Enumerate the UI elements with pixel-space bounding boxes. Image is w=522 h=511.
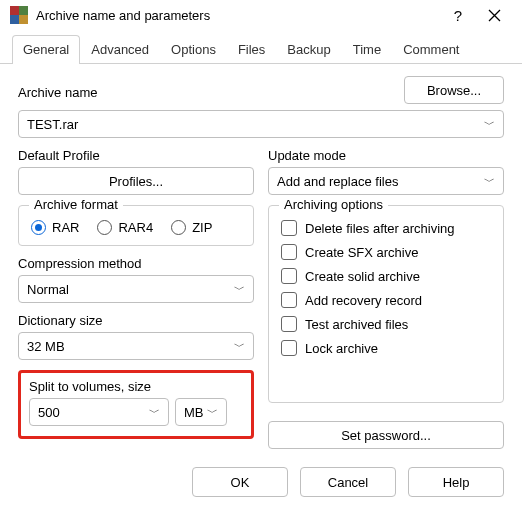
check-label: Add recovery record — [305, 293, 422, 308]
update-mode-select[interactable]: Add and replace files ﹀ — [268, 167, 504, 195]
radio-icon — [97, 220, 112, 235]
update-mode-label: Update mode — [268, 148, 504, 163]
compression-select[interactable]: Normal ﹀ — [18, 275, 254, 303]
archiving-options-title: Archiving options — [279, 197, 388, 212]
tab-comment[interactable]: Comment — [392, 35, 470, 64]
check-label: Create solid archive — [305, 269, 420, 284]
close-button[interactable] — [476, 1, 512, 29]
browse-button[interactable]: Browse... — [404, 76, 504, 104]
radio-rar4-label: RAR4 — [118, 220, 153, 235]
check-lock[interactable]: Lock archive — [281, 340, 491, 356]
chevron-down-icon: ﹀ — [234, 339, 245, 354]
check-sfx[interactable]: Create SFX archive — [281, 244, 491, 260]
check-solid[interactable]: Create solid archive — [281, 268, 491, 284]
radio-rar-label: RAR — [52, 220, 79, 235]
radio-icon — [171, 220, 186, 235]
archive-format-title: Archive format — [29, 197, 123, 212]
tab-general[interactable]: General — [12, 35, 80, 64]
split-unit-select[interactable]: MB ﹀ — [175, 398, 227, 426]
tab-files[interactable]: Files — [227, 35, 276, 64]
chevron-down-icon: ﹀ — [484, 117, 495, 132]
checkbox-icon — [281, 268, 297, 284]
tab-time[interactable]: Time — [342, 35, 392, 64]
split-label: Split to volumes, size — [29, 379, 243, 394]
check-test[interactable]: Test archived files — [281, 316, 491, 332]
tab-advanced[interactable]: Advanced — [80, 35, 160, 64]
dialog-footer: OK Cancel Help — [0, 457, 522, 511]
set-password-button[interactable]: Set password... — [268, 421, 504, 449]
check-label: Create SFX archive — [305, 245, 418, 260]
checkbox-icon — [281, 340, 297, 356]
dictionary-value: 32 MB — [27, 339, 65, 354]
tab-backup[interactable]: Backup — [276, 35, 341, 64]
check-delete-files[interactable]: Delete files after archiving — [281, 220, 491, 236]
default-profile-label: Default Profile — [18, 148, 254, 163]
archive-name-value: TEST.rar — [27, 117, 78, 132]
compression-label: Compression method — [18, 256, 254, 271]
split-size-input[interactable]: 500 ﹀ — [29, 398, 169, 426]
split-volumes-highlight: Split to volumes, size 500 ﹀ MB ﹀ — [18, 370, 254, 439]
chevron-down-icon: ﹀ — [234, 282, 245, 297]
ok-button[interactable]: OK — [192, 467, 288, 497]
titlebar: Archive name and parameters ? — [0, 0, 522, 30]
split-size-value: 500 — [38, 405, 60, 420]
radio-zip[interactable]: ZIP — [171, 220, 212, 235]
archiving-options-group: Archiving options Delete files after arc… — [268, 205, 504, 403]
archive-name-label: Archive name — [18, 85, 392, 100]
check-label: Delete files after archiving — [305, 221, 455, 236]
help-titlebar-button[interactable]: ? — [440, 1, 476, 29]
check-label: Test archived files — [305, 317, 408, 332]
chevron-down-icon: ﹀ — [207, 405, 218, 420]
compression-value: Normal — [27, 282, 69, 297]
update-mode-value: Add and replace files — [277, 174, 398, 189]
winrar-icon — [10, 6, 28, 24]
dictionary-label: Dictionary size — [18, 313, 254, 328]
radio-zip-label: ZIP — [192, 220, 212, 235]
archive-format-group: Archive format RAR RAR4 ZIP — [18, 205, 254, 246]
radio-icon — [31, 220, 46, 235]
check-recovery[interactable]: Add recovery record — [281, 292, 491, 308]
help-button[interactable]: Help — [408, 467, 504, 497]
radio-rar[interactable]: RAR — [31, 220, 79, 235]
tab-strip: General Advanced Options Files Backup Ti… — [0, 34, 522, 64]
window-title: Archive name and parameters — [36, 8, 440, 23]
archive-dialog: Archive name and parameters ? General Ad… — [0, 0, 522, 511]
checkbox-icon — [281, 292, 297, 308]
cancel-button[interactable]: Cancel — [300, 467, 396, 497]
checkbox-icon — [281, 220, 297, 236]
close-icon — [488, 9, 501, 22]
chevron-down-icon: ﹀ — [484, 174, 495, 189]
checkbox-icon — [281, 244, 297, 260]
split-unit-value: MB — [184, 405, 204, 420]
tab-options[interactable]: Options — [160, 35, 227, 64]
radio-rar4[interactable]: RAR4 — [97, 220, 153, 235]
dictionary-select[interactable]: 32 MB ﹀ — [18, 332, 254, 360]
check-label: Lock archive — [305, 341, 378, 356]
checkbox-icon — [281, 316, 297, 332]
dialog-body: Archive name Browse... TEST.rar ﹀ Defaul… — [0, 64, 522, 457]
chevron-down-icon: ﹀ — [149, 405, 160, 420]
profiles-button[interactable]: Profiles... — [18, 167, 254, 195]
archive-name-input[interactable]: TEST.rar ﹀ — [18, 110, 504, 138]
